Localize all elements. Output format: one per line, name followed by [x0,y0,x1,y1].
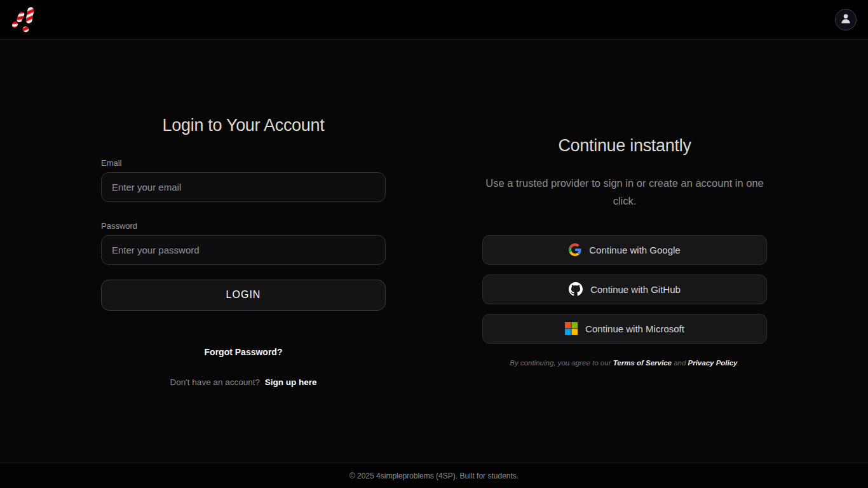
github-button-label: Continue with GitHub [590,284,681,295]
signup-row: Don't have an account? Sign up here [101,377,386,387]
terms-prefix: By continuing, you agree to our [510,359,613,367]
login-title: Login to Your Account [101,116,386,135]
forgot-password-link[interactable]: Forgot Password? [205,347,283,357]
github-icon [569,282,583,296]
password-input[interactable] [101,235,386,265]
main-content: Login to Your Account Email Password LOG… [0,39,868,463]
privacy-policy-link[interactable]: Privacy Policy [688,359,738,367]
password-label: Password [101,221,386,231]
login-column: Login to Your Account Email Password LOG… [53,39,434,463]
microsoft-button-label: Continue with Microsoft [585,323,684,334]
providers-title: Continue instantly [482,136,767,156]
signup-prompt: Don't have an account? [170,377,260,387]
home-logo-button[interactable] [9,4,37,35]
forgot-password-row: Forgot Password? [101,346,386,358]
google-icon [569,243,581,256]
login-panel: Login to Your Account Email Password LOG… [101,116,386,387]
page-footer: © 2025 4simpleproblems (4SP). Built for … [0,463,868,488]
email-label: Email [101,158,386,168]
4sp-logo-icon [9,4,37,35]
login-button[interactable]: LOGIN [101,280,386,311]
terms-line: By continuing, you agree to our Terms of… [482,359,767,367]
providers-subtitle: Use a trusted provider to sign in or cre… [482,174,767,210]
providers-column: Continue instantly Use a trusted provide… [434,39,815,463]
terms-of-service-link[interactable]: Terms of Service [613,359,672,367]
continue-with-microsoft-button[interactable]: Continue with Microsoft [482,314,767,344]
terms-and: and [672,359,688,367]
email-input[interactable] [101,172,386,202]
signup-link[interactable]: Sign up here [265,377,317,387]
microsoft-icon [565,322,578,335]
password-field-group: Password [101,221,386,265]
continue-with-github-button[interactable]: Continue with GitHub [482,274,767,304]
top-navbar [0,0,868,39]
account-avatar-button[interactable] [835,9,857,30]
email-field-group: Email [101,158,386,202]
copyright-text: © 2025 4simpleproblems (4SP). Built for … [349,471,519,480]
continue-with-google-button[interactable]: Continue with Google [482,235,767,265]
google-button-label: Continue with Google [589,245,680,255]
providers-panel: Continue instantly Use a trusted provide… [482,136,767,367]
user-avatar-icon [839,12,852,27]
terms-suffix: . [738,359,740,367]
